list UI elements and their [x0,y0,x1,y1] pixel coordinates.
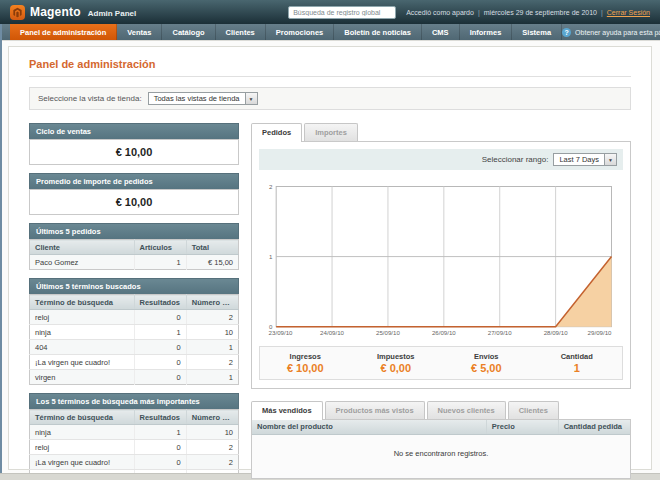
column-header-cantidad-pedida: Cantidad pedida [558,420,630,435]
table-row[interactable]: 40401 [30,340,239,355]
table-row[interactable]: Paco Gomez1€ 15,00 [30,255,239,270]
table-cell: 2 [186,455,238,470]
column-header-numero-de-usos: Número de usos [186,410,238,425]
tab-productos-mas-vistos[interactable]: Productos más vistos [325,401,425,419]
nav-item-informes[interactable]: Informes [460,24,513,40]
column-header-numero-de-usos: Número de usos [186,295,238,310]
table-cell: 1 [134,325,186,340]
stat-label: Envíos [441,352,532,361]
header: Magento Admin Panel Accedió como apardo … [0,0,660,24]
stat-value: € 5,00 [441,362,532,374]
card-title: Promedio de importe de pedidos [29,173,239,189]
table-cell: € 15,00 [186,255,238,270]
tab-clientes[interactable]: Clientes [508,401,559,419]
table-row[interactable]: ninja110 [30,325,239,340]
nav-item-panel-de-administracion[interactable]: Panel de administración [10,24,117,40]
table-row[interactable]: ninja110 [30,425,239,440]
svg-text:29/09/10: 29/09/10 [588,329,612,336]
content-wrapper: Panel de administración Seleccione la vi… [8,46,652,470]
logo: Magento Admin Panel [10,5,136,20]
empty-message: No se encontraron registros. [252,434,630,478]
stat-ingresos: Ingresos€ 10,00 [260,352,351,374]
table-cell: 404 [30,340,135,355]
column-header-cliente: Cliente [30,240,135,255]
help-label: Obtener ayuda para esta página [575,29,660,36]
stat-value: 1 [532,362,623,374]
column-header-articulos: Artículos [134,240,186,255]
logout-link[interactable]: Cerrar Sesión [607,9,650,16]
table-cell: reloj [30,310,135,325]
chart-tabs: PedidosImportes [251,123,631,141]
store-view-value: Todas las vistas de tienda [149,93,245,104]
store-view-bar: Seleccione la vista de tienda: Todas las… [29,87,631,110]
chevron-down-icon: ▼ [604,154,616,165]
lifetime-sales-card: Ciclo de ventas € 10,00 [29,123,239,165]
global-search-input[interactable] [288,6,396,19]
stat-envios: Envíos€ 5,00 [441,352,532,374]
table-row[interactable]: reloj02 [30,440,239,455]
table-row[interactable]: virgen01 [30,370,239,385]
svg-text:25/09/10: 25/09/10 [376,329,400,336]
nav-item-boletin-de-noticias[interactable]: Boletín de noticias [334,24,422,40]
stat-label: Ingresos [260,352,351,361]
table-row[interactable]: ¡La virgen que cuadro!02 [30,455,239,470]
range-label: Seleccionar rango: [482,155,549,164]
orders-chart: 01223/09/1024/09/1025/09/1026/09/1027/09… [261,177,621,340]
card-title: Últimos 5 pedidos [29,223,239,239]
magento-logo-icon [10,5,25,20]
last-orders-table: ClienteArtículosTotalPaco Gomez1€ 15,00 [29,239,239,270]
tab-mas-vendidos[interactable]: Más vendidos [251,401,323,420]
table-cell: virgen [30,370,135,385]
last-search-terms-table: Término de búsquedaResultadosNúmero de u… [29,294,239,385]
range-value: Last 7 Days [554,154,604,165]
lifetime-sales-value: € 10,00 [29,139,239,165]
table-row[interactable]: ¡La virgen que cuadro!02 [30,355,239,370]
left-column: Ciclo de ventas € 10,00 Promedio de impo… [29,123,239,480]
svg-text:1: 1 [269,253,273,260]
nav-item-cms[interactable]: CMS [422,24,460,40]
table-cell: ¡La virgen que cuadro! [30,455,135,470]
table-cell: 0 [134,455,186,470]
right-column: PedidosImportes Seleccionar rango: Last … [251,123,631,479]
tab-pedidos[interactable]: Pedidos [251,123,302,142]
window-edge [0,24,2,480]
nav-item-clientes[interactable]: Clientes [216,24,266,40]
last-orders-card: Últimos 5 pedidos ClienteArtículosTotalP… [29,223,239,270]
table-cell: 0 [134,440,186,455]
nav-menu: Panel de administraciónVentasCatálogoCli… [10,24,562,40]
chart-container: 01223/09/1024/09/1025/09/1026/09/1027/09… [261,177,621,340]
table-cell: 2 [186,355,238,370]
top-search-terms-table: Término de búsquedaResultadosNúmero de u… [29,409,239,480]
svg-text:27/09/10: 27/09/10 [488,329,512,336]
store-view-select[interactable]: Todas las vistas de tienda ▼ [148,92,258,105]
data-table: Nombre del productoPrecioCantidad pedida… [252,420,630,478]
range-bar: Seleccionar rango: Last 7 Days ▼ [259,149,623,170]
main-nav: Panel de administraciónVentasCatálogoCli… [0,24,660,41]
separator: | [478,9,480,16]
page-help-link[interactable]: ? Obtener ayuda para esta página [562,24,660,40]
table-cell: 10 [186,325,238,340]
table-cell: 1 [134,425,186,440]
svg-text:28/09/10: 28/09/10 [544,329,568,336]
average-orders-value: € 10,00 [29,189,239,215]
nav-item-catalogo[interactable]: Catálogo [162,24,215,40]
totals-row: Ingresos€ 10,00Impuestos€ 0,00Envíos€ 5,… [259,346,623,380]
products-grid-panel: Nombre del productoPrecioCantidad pedida… [251,419,631,479]
data-table: Término de búsquedaResultadosNúmero de u… [29,294,239,385]
column-header-termino-de-busqueda: Término de búsqueda [30,410,135,425]
nav-item-ventas[interactable]: Ventas [117,24,162,40]
table-row[interactable]: reloj02 [30,310,239,325]
table-cell: 2 [186,310,238,325]
nav-item-sistema[interactable]: Sistema [512,24,562,40]
column-header-total: Total [186,240,238,255]
range-select[interactable]: Last 7 Days ▼ [553,153,617,166]
tab-nuevos-clientes[interactable]: Nuevos clientes [427,401,506,419]
table-cell: 2 [186,440,238,455]
store-view-label: Seleccione la vista de tienda: [38,94,142,103]
nav-item-promociones[interactable]: Promociones [266,24,335,40]
tab-importes[interactable]: Importes [304,123,358,141]
column-header-precio: Precio [486,420,558,435]
table-cell: 1 [186,370,238,385]
svg-text:2: 2 [269,183,273,190]
data-table: ClienteArtículosTotalPaco Gomez1€ 15,00 [29,239,239,270]
